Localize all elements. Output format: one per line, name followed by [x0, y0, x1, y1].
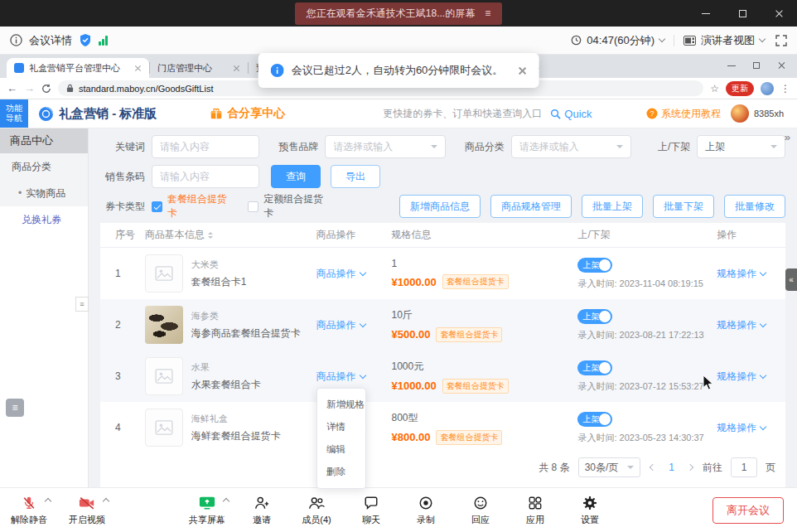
browser-maximize-button[interactable] [744, 55, 769, 76]
unmute-button[interactable]: 解除静音 [7, 495, 51, 526]
spec-op-link[interactable]: 规格操作 [717, 421, 766, 435]
next-page-button[interactable] [686, 465, 694, 470]
checkbox-combo-card[interactable]: 套餐组合提货卡 [152, 192, 234, 220]
react-smiley-icon [473, 495, 488, 511]
sidebar-item-label: 兑换礼券 [22, 213, 61, 227]
page-size-select[interactable]: 30条/页 [578, 457, 641, 477]
barcode-input[interactable] [152, 165, 259, 188]
collapse-panel-icon[interactable]: » [785, 131, 789, 143]
tab-label: 礼盒营销平台管理中心 [29, 62, 129, 75]
start-video-button[interactable]: 开启视频 [65, 495, 109, 526]
sidebar-item-product-category[interactable]: 商品分类 [0, 153, 88, 180]
shelf-toggle[interactable]: 上架 [577, 412, 612, 427]
forward-icon[interactable]: → [24, 83, 35, 94]
react-button[interactable]: 回应 [458, 495, 503, 526]
lock-icon [66, 84, 74, 93]
refresh-icon[interactable] [41, 84, 51, 94]
minimize-button[interactable] [688, 0, 724, 27]
members-button[interactable]: 成员(4) [294, 495, 339, 526]
sidebar-section-product-center[interactable]: 商品中心 [0, 128, 88, 153]
prev-page-button[interactable] [649, 465, 657, 470]
goto-page-input[interactable] [731, 457, 757, 477]
maximize-button[interactable] [724, 0, 761, 27]
brand-select[interactable]: 请选择或输入 [325, 135, 445, 158]
banner-menu-icon[interactable]: ≡ [485, 7, 490, 19]
leave-meeting-button[interactable]: 离开会议 [712, 497, 784, 524]
timer-control[interactable]: 04:47(60分钟) [571, 33, 664, 48]
op-label: 商品操作 [316, 318, 356, 332]
user-avatar[interactable] [731, 104, 749, 123]
divider [674, 35, 674, 46]
sort-icon[interactable] [208, 232, 213, 239]
chat-button[interactable]: 聊天 [349, 495, 394, 526]
product-op-link-open[interactable]: 商品操作 [316, 370, 365, 384]
quick-search-link[interactable]: Quick [550, 108, 592, 120]
floating-list-icon[interactable]: ≡ [6, 399, 24, 417]
settings-button[interactable]: 设置 [568, 495, 612, 526]
browser-update-button[interactable]: 更新 [726, 81, 754, 96]
share-center-link[interactable]: 合分享中心 [210, 106, 285, 121]
meeting-header-right: 04:47(60分钟) 演讲者视图 [571, 33, 787, 48]
camera-off-icon [79, 495, 95, 511]
invite-button[interactable]: 邀请 [239, 495, 284, 526]
price: ¥800.00 [391, 431, 430, 443]
add-product-button[interactable]: 新增商品信息 [399, 195, 481, 218]
batch-edit-button[interactable]: 批量修改 [724, 195, 785, 218]
search-button[interactable]: 查询 [271, 165, 321, 188]
menu-item-edit[interactable]: 编辑 [317, 438, 365, 461]
batch-on-shelf-button[interactable]: 批量上架 [582, 195, 643, 218]
tab-close-icon[interactable] [233, 65, 240, 72]
chevron-up-icon[interactable] [223, 497, 229, 504]
record-button[interactable]: 录制 [403, 495, 448, 526]
batch-off-shelf-button[interactable]: 批量下架 [653, 195, 714, 218]
spec-manage-button[interactable]: 商品规格管理 [490, 195, 572, 218]
shelf-toggle[interactable]: 上架 [577, 309, 612, 324]
shelf-toggle[interactable]: 上架 [577, 360, 612, 375]
menu-item-delete[interactable]: 删除 [317, 461, 365, 483]
browser-tab[interactable]: 门店管理中心 [150, 58, 248, 78]
close-icon[interactable] [517, 66, 526, 75]
spec-op-link[interactable]: 规格操作 [717, 318, 766, 332]
category-select[interactable]: 请选择或输入 [511, 135, 631, 158]
shelf-toggle[interactable]: 上架 [577, 258, 612, 273]
checkbox-fixed-card[interactable]: 定额组合提货卡 [248, 192, 331, 220]
bookmark-star-icon[interactable]: ☆ [710, 83, 719, 94]
function-nav-button[interactable]: 功能 导航 [0, 99, 28, 128]
close-button[interactable] [761, 0, 797, 27]
notification-text: 会议已超过2人，自动转为60分钟限时会议。 [292, 63, 504, 78]
fullscreen-icon[interactable] [775, 35, 787, 46]
shelf-select[interactable]: 上架 [697, 135, 785, 158]
shelf-select-value: 上架 [705, 140, 725, 154]
browser-close-button[interactable] [769, 55, 794, 76]
spec-op-link[interactable]: 规格操作 [717, 267, 766, 281]
security-shield-icon[interactable] [80, 34, 91, 46]
chevron-up-icon[interactable] [103, 497, 109, 504]
product-op-link[interactable]: 商品操作 [316, 267, 365, 281]
sidebar-item-physical-goods[interactable]: • 实物商品 [0, 180, 88, 206]
back-icon[interactable]: ← [7, 83, 17, 94]
menu-item-detail[interactable]: 详情 [317, 416, 365, 438]
product-op-link[interactable]: 商品操作 [316, 318, 365, 332]
share-screen-button[interactable]: 共享屏幕 [185, 495, 229, 526]
apps-button[interactable]: 应用 [513, 495, 558, 526]
sidebar-mini-toggle-icon[interactable]: ≡ [75, 297, 89, 312]
view-switcher[interactable]: 演讲者视图 [683, 33, 765, 48]
browser-minimize-button[interactable] [719, 55, 744, 76]
chevron-down-icon [760, 268, 766, 275]
chevron-up-icon[interactable] [45, 497, 51, 504]
browser-menu-icon[interactable]: ⋮ [780, 83, 790, 94]
meeting-details-control[interactable]: 会议详情 [10, 33, 72, 48]
browser-tab-active[interactable]: 礼盒营销平台管理中心 [7, 58, 149, 78]
view-mode-text: 演讲者视图 [701, 33, 755, 48]
export-button[interactable]: 导出 [331, 165, 380, 188]
browser-profile-avatar[interactable] [761, 82, 774, 95]
spec-op-link[interactable]: 规格操作 [717, 370, 766, 384]
tutorial-link[interactable]: ? 系统使用教程 [646, 107, 721, 121]
tab-close-icon[interactable] [134, 65, 142, 72]
spec-value: 10斤 [391, 308, 569, 322]
sidebar-item-gift-voucher[interactable]: 兑换礼券 [0, 206, 88, 233]
current-page[interactable]: 1 [665, 462, 678, 473]
keyword-input[interactable] [152, 135, 259, 158]
right-panel-handle[interactable]: « [785, 268, 797, 291]
menu-item-add-spec[interactable]: 新增规格 [317, 394, 365, 416]
